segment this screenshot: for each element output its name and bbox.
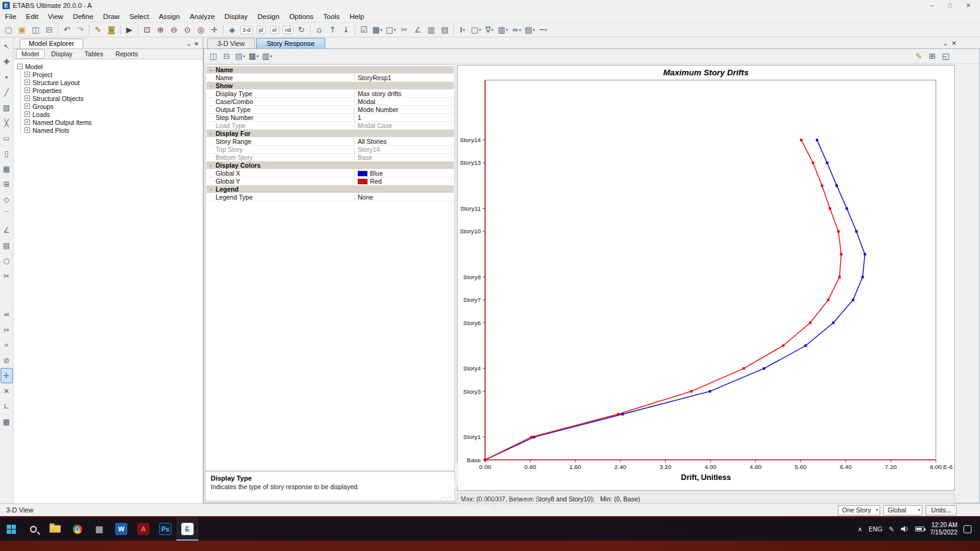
panel-pin-icon[interactable]: ⌄: [186, 40, 191, 47]
notification-center-icon[interactable]: [963, 525, 971, 533]
menu-design[interactable]: Design: [252, 12, 284, 21]
line-style-dropdown[interactable]: ─▾: [537, 24, 549, 36]
display-options-icon[interactable]: ☑: [358, 24, 370, 36]
grid-row-step-number[interactable]: Step Number1: [206, 114, 454, 122]
model-explorer-title[interactable]: Model Explorer: [20, 39, 83, 48]
taskbar-clock[interactable]: 12:20 AM 7/15/2022: [930, 522, 958, 537]
grid-row-legend-type[interactable]: Legend TypeNone: [206, 193, 454, 201]
draw-tendon-icon[interactable]: ⌒: [1, 207, 13, 222]
tree-item-loads[interactable]: +Loads: [24, 110, 203, 118]
expand-box-icon[interactable]: +: [24, 96, 30, 101]
explorer-tab-display[interactable]: Display: [46, 49, 78, 59]
elevation-view-button[interactable]: el: [268, 24, 281, 36]
grid-row-story-range[interactable]: Story RangeAll Stories: [206, 138, 454, 146]
tab-3-d-view[interactable]: 3-D View: [207, 38, 255, 48]
expand-box-icon[interactable]: +: [24, 111, 30, 117]
tree-item-named-output-items[interactable]: +Named Output Items: [24, 118, 203, 126]
draw-circle-icon[interactable]: ○: [1, 253, 13, 268]
tab-story-response[interactable]: Story Response: [256, 38, 325, 48]
grid-row-bottom-story[interactable]: Bottom StoryBase: [206, 154, 454, 162]
redo-icon[interactable]: ↷: [74, 24, 86, 36]
zoom-out-icon[interactable]: ⊖: [168, 24, 180, 36]
panel-close-icon[interactable]: ✕: [194, 40, 199, 47]
grid-row-global-y[interactable]: Global YRed: [206, 178, 454, 186]
quick-draw-floor-icon[interactable]: ▯: [1, 146, 13, 161]
story-select-combo[interactable]: One Story▾: [838, 505, 881, 515]
tray-chevron-up-icon[interactable]: ∧: [858, 525, 862, 533]
taskbar-search-button[interactable]: [22, 517, 44, 541]
show-all-button[interactable]: all: [1, 307, 13, 322]
copy-data-icon[interactable]: ▤▾: [234, 50, 246, 62]
undo-icon[interactable]: ↶: [61, 24, 73, 36]
menu-select[interactable]: Select: [124, 12, 154, 21]
rubber-band-zoom-icon[interactable]: ⊡: [141, 24, 153, 36]
frame-dropdown[interactable]: ▥▾: [497, 24, 509, 36]
save-icon[interactable]: ◫: [29, 24, 42, 36]
grid-row-case-combo[interactable]: Case/ComboModal: [206, 98, 454, 106]
hatch-dropdown[interactable]: ≈▾: [510, 24, 522, 36]
frame-sections-icon[interactable]: □▾: [385, 24, 397, 36]
view-3d-button[interactable]: 3-d: [239, 24, 254, 36]
start-button[interactable]: [0, 517, 22, 541]
move-down-in-list-icon[interactable]: ↓: [340, 24, 352, 36]
grid-row-load-type[interactable]: Load TypeModal Case: [206, 122, 454, 130]
tree-item-properties[interactable]: +Properties: [24, 86, 203, 94]
grid-row-global-x[interactable]: Global XBlue: [206, 170, 454, 178]
menu-display[interactable]: Display: [220, 12, 253, 21]
lock-model-icon[interactable]: ◙: [105, 24, 118, 36]
taskbar-etabs[interactable]: E: [176, 517, 198, 541]
show-table-icon[interactable]: ▦▾: [247, 50, 260, 62]
windows-ink-icon[interactable]: ✎: [889, 525, 894, 533]
story-display-icon[interactable]: ▤: [439, 24, 451, 36]
tab-list-icon[interactable]: ⌄: [943, 40, 948, 47]
zoom-full-icon[interactable]: ⊙: [181, 24, 194, 36]
grid-row-top-story[interactable]: Top StoryStory14: [206, 146, 454, 154]
save-plot-icon[interactable]: ◫: [207, 50, 219, 62]
maximize-button[interactable]: □: [941, 1, 959, 10]
tree-item-structural-objects[interactable]: +Structural Objects: [24, 94, 203, 102]
menu-analyze[interactable]: Analyze: [185, 12, 220, 21]
draw-link-icon[interactable]: ◇: [1, 192, 13, 207]
new-model-icon[interactable]: ▢: [2, 24, 15, 36]
axes-icon[interactable]: ∠: [412, 24, 424, 36]
grid-row-display-type[interactable]: Display TypeMax story drifts: [206, 90, 454, 98]
grid-lines-icon[interactable]: ▥: [425, 24, 437, 36]
deck-dropdown[interactable]: ▢▾: [470, 24, 482, 36]
grid-snap-icon[interactable]: ▩: [1, 414, 13, 429]
reshape-object-icon[interactable]: ✚: [1, 54, 13, 69]
menu-define[interactable]: Define: [68, 12, 98, 21]
measure-icon[interactable]: ✕: [1, 383, 13, 399]
filter-dropdown[interactable]: ∇▾: [483, 24, 496, 36]
grid-section-display-colors[interactable]: ⌄Display Colors: [206, 162, 454, 170]
tree-item-groups[interactable]: +Groups: [24, 102, 203, 110]
snap-options-icon[interactable]: ∟: [1, 399, 13, 414]
draw-grid-icon[interactable]: ▤: [1, 238, 13, 253]
plan-view-button[interactable]: pl: [255, 24, 267, 36]
tree-item-named-plots[interactable]: +Named Plots: [24, 126, 203, 134]
grid-row-name[interactable]: NameStoryResp1: [206, 74, 454, 82]
pan-icon[interactable]: ✛: [208, 24, 221, 36]
print-plot-icon[interactable]: ⊟: [221, 50, 233, 62]
menu-file[interactable]: File: [0, 12, 21, 21]
taskbar-autocad[interactable]: A: [132, 517, 154, 541]
grid-section-legend[interactable]: ⌄Legend: [206, 186, 454, 193]
tree-item-project[interactable]: +Project: [24, 70, 203, 78]
language-indicator[interactable]: ENG: [869, 525, 883, 533]
tree-item-model[interactable]: −Model: [17, 62, 203, 70]
move-up-in-list-icon[interactable]: ↑: [326, 24, 339, 36]
rotate-3d-view-icon[interactable]: ↻: [295, 24, 307, 36]
section-cut-icon[interactable]: ✂: [398, 24, 410, 36]
quick-draw-frame-icon[interactable]: ▨: [1, 100, 13, 115]
draw-frame-icon[interactable]: ╱: [1, 84, 13, 100]
grid-section-show[interactable]: ⌄Show: [206, 82, 454, 90]
view-3d-icon[interactable]: ◈: [226, 24, 238, 36]
grid-section-display-for[interactable]: ⌄Display For: [206, 130, 454, 138]
show-drift-icon[interactable]: ✛: [1, 368, 13, 383]
edit-display-icon[interactable]: ✎: [913, 50, 925, 62]
draw-section-cut-icon[interactable]: ✂: [1, 268, 13, 283]
quick-draw-braces-icon[interactable]: ╳: [1, 115, 13, 130]
menu-draw[interactable]: Draw: [98, 12, 124, 21]
menu-edit[interactable]: Edit: [21, 12, 43, 21]
print-icon[interactable]: ⊟: [43, 24, 55, 36]
grid-row-output-type[interactable]: Output TypeMode Number: [206, 106, 454, 114]
